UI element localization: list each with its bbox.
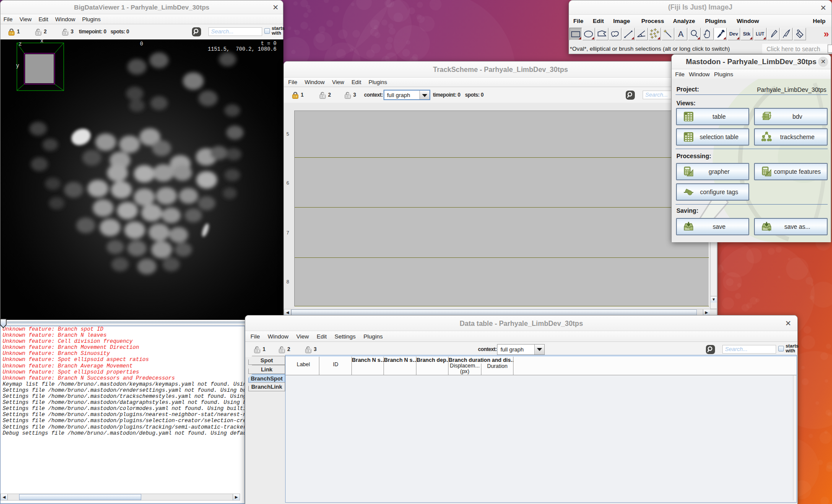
svg-text:y: y: [16, 63, 19, 69]
svg-text:z: z: [19, 41, 22, 47]
svg-text:t = 0: t = 0: [261, 41, 276, 47]
svg-text:Stk: Stk: [743, 31, 751, 36]
svg-text:x: x: [40, 39, 43, 44]
svg-text:1151.5, 700.2, 1080.6: 1151.5, 700.2, 1080.6: [208, 46, 276, 52]
svg-text:A: A: [678, 29, 684, 39]
svg-text:LUT: LUT: [756, 32, 764, 36]
svg-text:Dev: Dev: [729, 31, 738, 36]
svg-text:0: 0: [140, 41, 143, 47]
